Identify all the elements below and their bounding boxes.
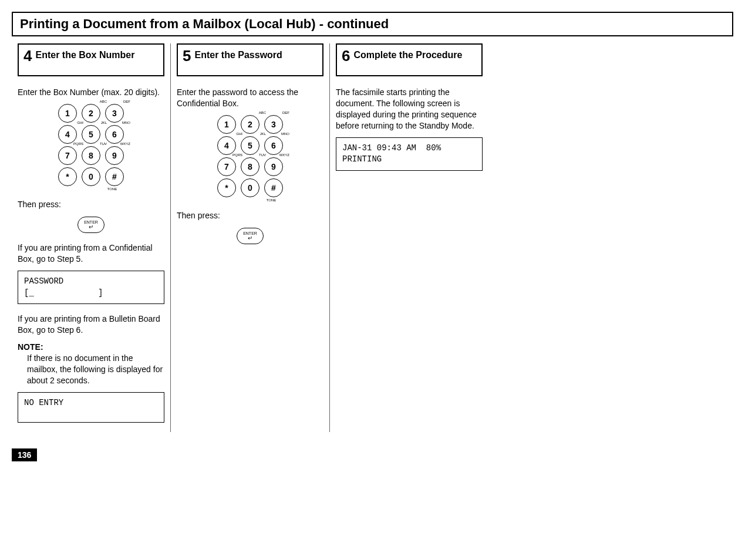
key-2: 2ABC xyxy=(82,104,100,123)
lcd-printing: JAN-31 09:43 AM 80% PRINTING xyxy=(336,137,483,171)
key-4b: 4GHI xyxy=(217,136,236,155)
key-3b: 3DEF xyxy=(264,115,283,134)
key-8b: 8TUV xyxy=(241,157,259,176)
step4-then-press: Then press: xyxy=(18,199,164,210)
step4-confi-text: If you are printing from a Confidential … xyxy=(18,242,164,265)
key-1b: 1 xyxy=(217,115,236,134)
key-8: 8TUV xyxy=(82,146,100,165)
key-9: 9WXYZ xyxy=(105,146,124,165)
step5-header: 5 Enter the Password xyxy=(177,43,323,76)
key-2b: 2ABC xyxy=(241,115,259,134)
key-7b: 7PQRS xyxy=(217,157,236,176)
tone-label-b: TONE xyxy=(267,198,277,202)
step6-num: 6 xyxy=(342,48,350,63)
note-body: If there is no document in the mailbox, … xyxy=(27,353,164,386)
tone-label: TONE xyxy=(107,187,117,191)
page-title: Printing a Document from a Mailbox (Loca… xyxy=(20,16,389,31)
columns: 4 Enter the Box Number Enter the Box Num… xyxy=(12,43,733,432)
step4-intro: Enter the Box Number (max. 20 digits). xyxy=(18,87,164,98)
page-number: 136 xyxy=(12,448,37,461)
note-title: NOTE: xyxy=(18,342,43,352)
col-step6: 6 Complete the Procedure The facsimile s… xyxy=(329,43,488,432)
step5-intro: Enter the password to access the Confide… xyxy=(177,87,323,109)
key-hash: # xyxy=(105,167,124,186)
enter-key-icon-b: ENTER↵ xyxy=(237,228,264,244)
enter-key-icon: ENTER↵ xyxy=(77,217,104,233)
step4-title: Enter the Box Number xyxy=(35,48,134,60)
key-6b: 6MNO xyxy=(264,136,283,155)
col-step5: 5 Enter the Password Enter the password … xyxy=(170,43,329,432)
key-5: 5JKL xyxy=(82,125,100,144)
lcd-password: PASSWORD [_ ] xyxy=(18,271,164,304)
lcd-noentry: NO ENTRY xyxy=(18,392,164,423)
keypad-step5: 1 2ABC 3DEF 4GHI 5JKL 6MNO 7PQRS 8TUV 9W… xyxy=(177,115,323,202)
key-star: * xyxy=(58,167,77,186)
step4-header: 4 Enter the Box Number xyxy=(18,43,164,76)
page-title-box: Printing a Document from a Mailbox (Loca… xyxy=(12,12,733,36)
step5-then-press: Then press: xyxy=(177,210,323,221)
step4-bulletin-text: If you are printing from a Bulletin Boar… xyxy=(18,313,164,336)
step6-header: 6 Complete the Procedure xyxy=(336,43,483,76)
key-3: 3DEF xyxy=(105,104,124,123)
key-5b: 5JKL xyxy=(241,136,259,155)
step6-title: Complete the Procedure xyxy=(353,48,462,60)
key-hashb: # xyxy=(264,178,283,197)
key-starb: * xyxy=(217,178,236,197)
col-step4: 4 Enter the Box Number Enter the Box Num… xyxy=(12,43,170,432)
key-9b: 9WXYZ xyxy=(264,157,283,176)
key-4: 4GHI xyxy=(58,125,77,144)
step5-num: 5 xyxy=(183,48,191,63)
step5-title: Enter the Password xyxy=(194,48,282,60)
key-0b: 0 xyxy=(241,178,259,197)
keypad-step4: 1 2ABC 3DEF 4GHI 5JKL 6MNO 7PQRS 8TUV 9W… xyxy=(18,104,164,191)
key-6: 6MNO xyxy=(105,125,124,144)
step4-num: 4 xyxy=(23,48,32,63)
key-0: 0 xyxy=(82,167,100,186)
key-1: 1 xyxy=(58,104,77,123)
step6-intro: The facsimile starts printing the docume… xyxy=(336,87,483,131)
key-7: 7PQRS xyxy=(58,146,77,165)
step4-note: NOTE: If there is no document in the mai… xyxy=(18,342,164,386)
